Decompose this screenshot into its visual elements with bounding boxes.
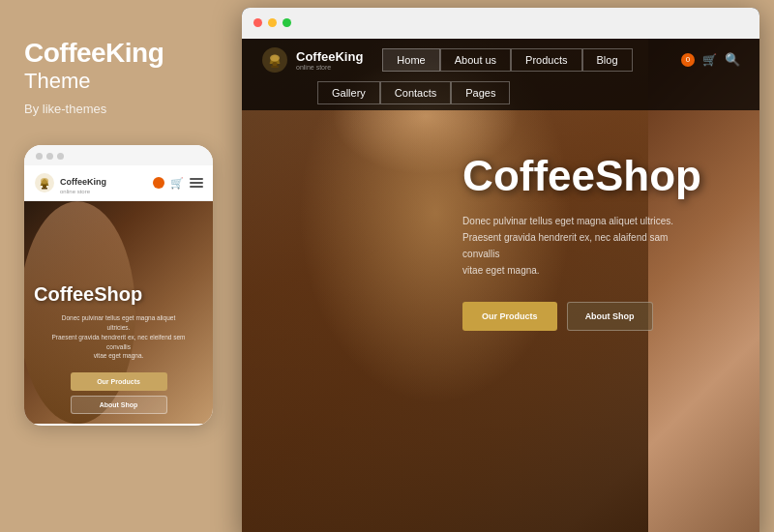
svg-point-1 bbox=[41, 178, 48, 184]
nav-item-gallery[interactable]: Gallery bbox=[317, 81, 380, 104]
desktop-products-button[interactable]: Our Products bbox=[462, 302, 557, 331]
svg-rect-3 bbox=[42, 188, 47, 190]
mobile-about-button[interactable]: About Shop bbox=[71, 396, 167, 414]
browser-dot-maximize bbox=[283, 18, 291, 27]
svg-rect-2 bbox=[43, 185, 46, 188]
brand-by: By like-themes bbox=[24, 102, 106, 116]
nav-item-home[interactable]: Home bbox=[382, 48, 439, 72]
mobile-cart-icon: 🛒 bbox=[170, 177, 184, 190]
brand-title: CoffeeKing bbox=[24, 39, 164, 69]
desktop-hero-title: CoffeeShop bbox=[462, 155, 701, 197]
svg-rect-7 bbox=[271, 66, 279, 68]
desktop-cart-badge: 0 bbox=[681, 53, 695, 67]
mobile-cart-count: 0 bbox=[157, 180, 161, 187]
svg-rect-6 bbox=[273, 62, 278, 66]
nav-item-products[interactable]: Products bbox=[511, 48, 581, 72]
desktop-about-button[interactable]: About Shop bbox=[567, 302, 653, 331]
mobile-hero-content: CoffeeShop Donec pulvinar tellus eget ma… bbox=[24, 274, 213, 424]
nav-item-contacts[interactable]: Contacts bbox=[380, 81, 451, 104]
nav-item-about[interactable]: About us bbox=[440, 48, 511, 72]
mobile-dot-2 bbox=[46, 153, 53, 160]
desktop-logo-icon bbox=[261, 46, 288, 74]
browser-dot-minimize bbox=[268, 18, 277, 27]
browser-content: CoffeeKing online store Home About us Pr… bbox=[242, 39, 759, 533]
desktop-btn-row: Our Products About Shop bbox=[462, 302, 701, 331]
mobile-btn-row: Our Products About Shop bbox=[34, 372, 203, 414]
left-panel: CoffeeKing Theme By like-themes CoffeeKi… bbox=[0, 0, 237, 532]
mobile-dot-3 bbox=[57, 153, 64, 160]
browser-dot-close bbox=[253, 18, 262, 27]
browser-bar bbox=[242, 8, 759, 39]
mobile-dot-1 bbox=[36, 153, 43, 160]
mobile-hamburger-button[interactable] bbox=[190, 178, 203, 188]
desktop-nav: CoffeeKing online store Home About us Pr… bbox=[242, 39, 759, 110]
mobile-cart-badge: 0 bbox=[153, 177, 164, 189]
mobile-hero-title: CoffeeShop bbox=[34, 283, 203, 306]
mobile-logo-text: CoffeeKing online store bbox=[60, 171, 106, 194]
desktop-search-icon[interactable]: 🔍 bbox=[725, 52, 740, 67]
mobile-hero-description: Donec pulvinar tellus eget magna aliquet… bbox=[34, 313, 203, 361]
mobile-mockup: CoffeeKing online store 0 🛒 CoffeeShop bbox=[24, 145, 213, 426]
desktop-hero-description: Donec pulvinar tellus eget magna aliquet… bbox=[462, 213, 675, 279]
nav-item-blog[interactable]: Blog bbox=[582, 48, 633, 72]
nav-right-icons: 0 🛒 🔍 bbox=[681, 52, 740, 67]
brand-subtitle: Theme bbox=[24, 69, 90, 94]
svg-point-5 bbox=[270, 54, 280, 61]
desktop-mockup: CoffeeKing online store Home About us Pr… bbox=[242, 8, 759, 533]
mobile-logo: CoffeeKing online store bbox=[34, 171, 106, 194]
mobile-logo-icon bbox=[34, 172, 55, 193]
nav-top-row: CoffeeKing online store Home About us Pr… bbox=[242, 39, 759, 81]
desktop-logo-name: CoffeeKing bbox=[296, 49, 363, 64]
mobile-nav-right: 0 🛒 bbox=[153, 177, 203, 190]
desktop-cart-icon[interactable]: 🛒 bbox=[702, 53, 717, 67]
mobile-browser-dots bbox=[24, 145, 213, 165]
desktop-hero-content: CoffeeShop Donec pulvinar tellus eget ma… bbox=[462, 155, 701, 331]
desktop-logo-text-block: CoffeeKing online store bbox=[296, 49, 363, 71]
mobile-nav: CoffeeKing online store 0 🛒 bbox=[24, 165, 213, 201]
desktop-cart-count: 0 bbox=[681, 53, 695, 67]
mobile-products-button[interactable]: Our Products bbox=[71, 372, 167, 391]
nav-row1: Home About us Products Blog bbox=[382, 48, 681, 72]
desktop-logo: CoffeeKing online store bbox=[261, 46, 363, 74]
mobile-logo-sub: online store bbox=[60, 189, 106, 194]
mobile-hero: CoffeeShop Donec pulvinar tellus eget ma… bbox=[24, 201, 213, 424]
desktop-logo-sub: online store bbox=[296, 64, 363, 71]
nav-row2: Gallery Contacts Pages bbox=[242, 81, 759, 110]
nav-item-pages[interactable]: Pages bbox=[451, 81, 510, 104]
